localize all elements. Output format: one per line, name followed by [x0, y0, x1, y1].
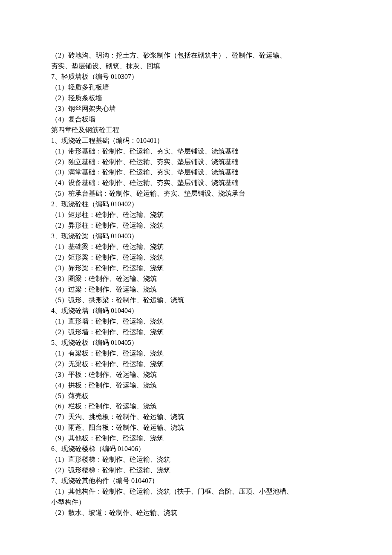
text-line: （1）有梁板：砼制作、砼运输、浇筑 — [51, 348, 341, 359]
text-line: （4）复合板墙 — [51, 114, 341, 125]
text-line: （1）直形楼梯：砼制作、砼运输、浇筑 — [51, 454, 341, 465]
text-line: （1）矩形柱：砼制作、砼运输、浇筑 — [51, 210, 341, 220]
text-line: （2）矩形梁：砼制作、砼运输、浇筑 — [51, 252, 341, 263]
text-line: （9）其他板：砼制作、砼运输、浇筑 — [51, 433, 341, 444]
text-line: （2）砖地沟、明沟：挖土方、砂浆制作（包括在砌筑中）、砼制作、砼运输、 — [51, 50, 341, 61]
text-line: （2）异形柱：砼制作、砼运输、浇筑 — [51, 220, 341, 231]
text-line: （6）栏板：砼制作、砼运输、浇筑 — [51, 401, 341, 412]
text-line: （3）异形梁：砼制作、砼运输、浇筑 — [51, 263, 341, 274]
text-line: （1）带形基础：砼制作、砼运输、夯实、垫层铺设、浇筑基础 — [51, 146, 341, 157]
text-line: （3）圈梁：砼制作、砼运输、浇筑 — [51, 274, 341, 284]
text-line: （2）散水、坡道：砼制作、砼运输、浇筑 — [51, 508, 341, 518]
text-line: （3）平板：砼制作、砼运输、浇筑 — [51, 370, 341, 380]
text-line: 4、现浇砼墙（编码 010404） — [51, 306, 341, 316]
text-line: 7、轻质墙板（编号 010307） — [51, 72, 341, 82]
document-page: （2）砖地沟、明沟：挖土方、砂浆制作（包括在砌筑中）、砼制作、砼运输、 夯实、垫… — [0, 0, 392, 555]
text-line: 第四章砼及钢筋砼工程 — [51, 125, 341, 136]
text-line: （5）薄壳板 — [51, 391, 341, 402]
text-line: （3）钢丝网架夹心墙 — [51, 104, 341, 114]
text-line: 6、现浇砼楼梯（编码 010406） — [51, 444, 341, 454]
text-line: （1）基础梁：砼制作、砼运输、浇筑 — [51, 242, 341, 252]
text-line: 夯实、垫层铺设、砌筑、抹灰、回填 — [51, 61, 341, 72]
text-line: （5）桩承台基础：砼制作、砼运输、夯实、垫层铺设、浇筑承台 — [51, 188, 341, 199]
text-line: （7）天沟、挑檐板：砼制作、砼运输、浇筑 — [51, 412, 341, 422]
text-line: （1）轻质多孔板墙 — [51, 82, 341, 93]
text-line: 2、现浇砼柱（编码 010402） — [51, 199, 341, 210]
text-line: （8）雨蓬、阳台板：砼制作、砼运输、浇筑 — [51, 422, 341, 433]
text-line: 1、现浇砼工程基础（编码：010401） — [51, 136, 341, 146]
text-line: 3、现浇砼梁（编码 010403） — [51, 231, 341, 242]
text-line: （2）弧形墙：砼制作、砼运输、浇筑 — [51, 327, 341, 338]
text-line: 小型构件） — [51, 497, 341, 508]
text-line: （2）无梁板：砼制作、砼运输、浇筑 — [51, 359, 341, 370]
text-line: （2）轻质条板墙 — [51, 93, 341, 104]
text-line: （4）拱板：砼制作、砼运输、浇筑 — [51, 380, 341, 391]
text-line: 7、现浇砼其他构件（编号 010407） — [51, 476, 341, 486]
text-line: （1）其他构件：砼制作、砼运输、浇筑（扶手、门框、台阶、压顶、小型池槽、 — [51, 486, 341, 497]
text-line: （3）满堂基础：砼制作、砼运输、夯实、垫层铺设、浇筑基础 — [51, 167, 341, 178]
text-line: （1）直形墙：砼制作、砼运输、浇筑 — [51, 316, 341, 327]
text-line: （5）弧形、拱形梁：砼制作、砼运输、浇筑 — [51, 295, 341, 306]
text-line: （2）弧形楼梯：砼制作、砼运输、浇筑 — [51, 465, 341, 476]
text-line: 5、现浇砼板（编码 010405） — [51, 338, 341, 348]
text-line: （2）独立基础：砼制作、砼运输、夯实、垫层铺设、浇筑基础 — [51, 157, 341, 168]
text-line: （4）过梁：砼制作、砼运输、浇筑 — [51, 284, 341, 295]
text-line: （4）设备基础：砼制作、砼运输、夯实、垫层铺设、浇筑基础 — [51, 178, 341, 188]
